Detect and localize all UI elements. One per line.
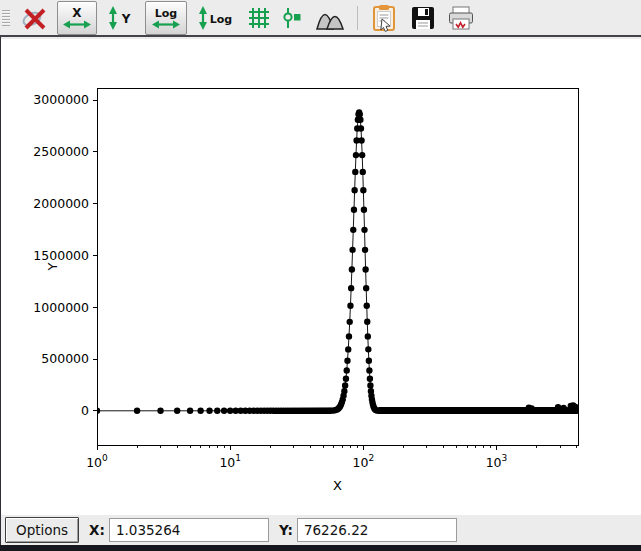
svg-text:Y: Y — [121, 12, 131, 26]
cursor-y-label: Y: — [279, 522, 293, 538]
clipboard-icon — [370, 3, 400, 33]
toolbar-separator — [357, 6, 358, 30]
svg-text:1000000: 1000000 — [33, 300, 89, 315]
clear-curves-button[interactable] — [19, 1, 51, 35]
svg-text:102: 102 — [353, 453, 375, 470]
points-icon — [281, 5, 305, 31]
plot-window: X Y Log — [0, 0, 641, 551]
points-toggle[interactable] — [279, 1, 307, 35]
svg-text:103: 103 — [486, 453, 508, 470]
cursor-x-label: X: — [89, 522, 105, 538]
svg-text:100: 100 — [86, 453, 108, 470]
window-left-border — [0, 37, 1, 551]
toolbar-grip-handle[interactable] — [2, 10, 10, 26]
chart[interactable]: 0500000100000015000002000000250000030000… — [1, 39, 641, 515]
options-button[interactable]: Options — [5, 517, 79, 543]
svg-text:1500000: 1500000 — [33, 248, 89, 263]
x-autoscale-icon: X — [59, 4, 95, 32]
svg-text:2000000: 2000000 — [33, 196, 89, 211]
svg-text:X: X — [72, 6, 82, 20]
log-y-toggle[interactable]: Log — [193, 1, 237, 35]
data-series — [94, 109, 580, 414]
copy-to-clipboard-button[interactable] — [368, 1, 402, 35]
plot-canvas[interactable]: 0500000100000015000002000000250000030000… — [1, 39, 641, 515]
log-x-icon: Log — [147, 4, 185, 32]
floppy-save-icon — [410, 5, 436, 31]
printer-icon — [446, 5, 476, 31]
plot-frame — [97, 88, 578, 445]
toolbar: X Y Log — [0, 0, 641, 37]
svg-text:101: 101 — [219, 453, 241, 470]
fit-button[interactable] — [313, 1, 347, 35]
x-axis-label: X — [333, 478, 342, 493]
red-x-icon — [21, 4, 49, 32]
cursor-y-value[interactable] — [297, 518, 457, 542]
svg-text:3000000: 3000000 — [33, 92, 89, 107]
axis-ticks — [93, 100, 577, 450]
svg-text:500000: 500000 — [41, 351, 89, 366]
log-x-toggle[interactable]: Log — [145, 1, 187, 35]
svg-text:Log: Log — [210, 13, 232, 26]
print-button[interactable] — [444, 1, 478, 35]
x-autoscale-toggle[interactable]: X — [57, 1, 97, 35]
log-y-icon: Log — [195, 4, 235, 32]
window-bottom-edge — [0, 545, 641, 551]
fit-peaks-icon — [315, 5, 345, 31]
cursor-x-value[interactable] — [109, 518, 269, 542]
svg-text:2500000: 2500000 — [33, 144, 89, 159]
svg-text:Log: Log — [155, 7, 177, 20]
statusbar: Options X: Y: — [1, 515, 641, 545]
save-button[interactable] — [408, 1, 438, 35]
grid-toggle[interactable] — [243, 1, 273, 35]
y-autoscale-toggle[interactable]: Y — [103, 1, 139, 35]
grid-icon — [245, 5, 271, 31]
svg-text:0: 0 — [81, 403, 89, 418]
y-axis-label: Y — [45, 262, 60, 271]
y-autoscale-icon: Y — [105, 4, 137, 32]
